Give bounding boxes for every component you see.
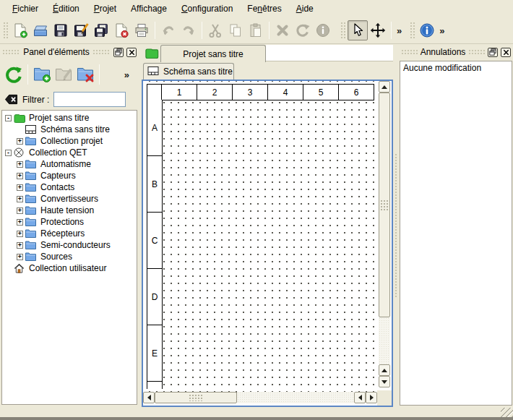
save-all-button[interactable]	[91, 20, 111, 40]
delete-category-button[interactable]	[74, 64, 96, 85]
info-icon	[419, 22, 435, 38]
tree-item-collection-utilisateur[interactable]: Collection utilisateur	[2, 262, 137, 274]
cut-button[interactable]	[205, 20, 225, 40]
menu-edition[interactable]: Édition	[46, 1, 86, 16]
tree-item-recepteurs[interactable]: + Récepteurs	[2, 228, 137, 239]
print-button[interactable]	[132, 20, 152, 40]
panel-toolbar-overflow-button[interactable]: »	[122, 69, 132, 80]
menu-affichage[interactable]: Affichage	[124, 1, 173, 16]
save-button[interactable]	[51, 20, 71, 40]
scroll-down-button[interactable]	[379, 376, 390, 387]
expand-expander[interactable]: +	[17, 138, 23, 145]
main-toolbar: » »	[0, 17, 513, 44]
toolbar-overflow-button[interactable]: »	[437, 25, 447, 36]
edit-category-button[interactable]	[53, 64, 74, 85]
float-panel-button[interactable]	[488, 48, 498, 57]
diagram-canvas[interactable]: 1 2 3 4 5 6 A B C D E	[142, 80, 393, 407]
tree-item-collection-projet[interactable]: + Collection projet	[2, 135, 137, 147]
elements-panel-titlebar[interactable]: Panel d'éléments	[0, 45, 139, 59]
delete-button[interactable]	[272, 20, 293, 40]
collapse-expander[interactable]: -	[5, 115, 12, 121]
close-panel-button[interactable]	[501, 48, 511, 57]
column-header: 5	[303, 84, 339, 100]
undo-list-item[interactable]: Aucune modification	[400, 61, 512, 74]
row-header: C	[147, 212, 163, 269]
element-info-button[interactable]	[313, 20, 333, 40]
dock-splitter-right[interactable]	[393, 45, 399, 407]
new-document-button[interactable]	[10, 20, 30, 40]
tree-item-label: Sources	[40, 252, 72, 262]
clear-filter-icon[interactable]	[4, 93, 18, 106]
float-panel-button[interactable]	[113, 48, 124, 57]
scroll-left-button[interactable]	[143, 392, 155, 403]
redo-button[interactable]	[178, 20, 199, 40]
menu-projet[interactable]: Projet	[87, 1, 123, 16]
filter-input[interactable]	[53, 92, 126, 107]
thumb-grip	[380, 200, 389, 211]
tree-item-sources[interactable]: + Sources	[2, 251, 137, 262]
tree-item-collection-qet[interactable]: - Collection QET	[2, 147, 137, 158]
folder-blue-icon	[25, 159, 37, 169]
expand-expander[interactable]: +	[17, 173, 23, 179]
scroll-left-button[interactable]	[354, 392, 366, 403]
copy-button[interactable]	[225, 20, 246, 40]
menu-aide[interactable]: Aide	[290, 1, 320, 16]
menu-fenetres[interactable]: Fenêtres	[241, 1, 288, 16]
toolbar-drag-handle[interactable]	[410, 22, 415, 39]
close-panel-button[interactable]	[126, 48, 137, 57]
info-button[interactable]	[417, 20, 437, 40]
tab-schema-sans-titre[interactable]: Schéma sans titre	[143, 63, 234, 80]
expand-expander[interactable]: +	[17, 161, 23, 168]
element-info-icon	[315, 22, 331, 38]
scroll-up-button[interactable]	[379, 364, 390, 376]
expand-expander[interactable]: +	[17, 219, 23, 226]
save-as-button[interactable]	[71, 20, 91, 40]
expand-expander[interactable]: +	[17, 254, 23, 260]
collapse-expander[interactable]: -	[5, 150, 12, 156]
paste-button[interactable]	[246, 20, 266, 40]
expand-expander[interactable]: +	[17, 196, 23, 202]
rotate-button[interactable]	[293, 20, 313, 40]
tree-item-label: Capteurs	[40, 171, 76, 181]
tree-item-haute-tension[interactable]: + Haute tension	[2, 205, 137, 216]
horizontal-scrollbar[interactable]	[143, 392, 377, 403]
select-tool-button[interactable]	[348, 20, 368, 40]
toolbar-overflow-button[interactable]: »	[395, 25, 404, 36]
vertical-scrollbar-thumb[interactable]	[379, 93, 390, 317]
close-document-button[interactable]	[111, 20, 132, 40]
scroll-right-button[interactable]	[366, 392, 377, 403]
horizontal-scrollbar-thumb[interactable]	[155, 392, 237, 403]
new-category-button[interactable]	[31, 64, 53, 85]
expand-expander[interactable]: +	[17, 184, 23, 191]
toolbar-separator	[27, 64, 28, 85]
tree-item-projet-sans-titre[interactable]: - Projet sans titre	[2, 112, 137, 124]
tree-item-protections[interactable]: + Protections	[2, 216, 137, 228]
schema-icon	[25, 124, 37, 134]
folder-blue-icon	[25, 136, 37, 146]
undo-panel-titlebar[interactable]: Annulations	[399, 45, 513, 59]
toolbar-drag-handle[interactable]	[340, 22, 346, 39]
tree-item-schema-sans-titre[interactable]: Schéma sans titre	[2, 124, 137, 135]
scroll-up-button[interactable]	[379, 81, 390, 93]
undo-panel-title: Annulations	[421, 47, 466, 57]
undo-button[interactable]	[158, 20, 178, 40]
tree-item-contacts[interactable]: + Contacts	[2, 181, 137, 193]
tree-item-capteurs[interactable]: + Capteurs	[2, 170, 137, 181]
tab-projet-sans-titre[interactable]: Projet sans titre	[160, 45, 266, 62]
vertical-scrollbar[interactable]	[379, 81, 390, 387]
toolbar-drag-handle[interactable]	[3, 22, 9, 39]
reload-collections-button[interactable]	[3, 64, 25, 85]
move-tool-button[interactable]	[368, 20, 388, 40]
expand-expander[interactable]: +	[17, 242, 23, 249]
tree-item-automatisme[interactable]: + Automatisme	[2, 158, 137, 170]
open-project-button[interactable]	[30, 20, 51, 40]
tree-item-semi-conducteurs[interactable]: + Semi-conducteurs	[2, 239, 137, 251]
folder-blue-icon	[25, 171, 37, 181]
expand-expander[interactable]: +	[17, 207, 23, 214]
tree-item-convertisseurs[interactable]: + Convertisseurs	[2, 193, 137, 205]
menu-configuration[interactable]: Configuration	[175, 1, 239, 16]
expand-expander[interactable]: +	[17, 231, 23, 237]
vertical-scrollbar-track[interactable]	[379, 317, 390, 364]
menu-fichier[interactable]: Fichier	[6, 1, 45, 16]
horizontal-scrollbar-track[interactable]	[237, 392, 354, 403]
